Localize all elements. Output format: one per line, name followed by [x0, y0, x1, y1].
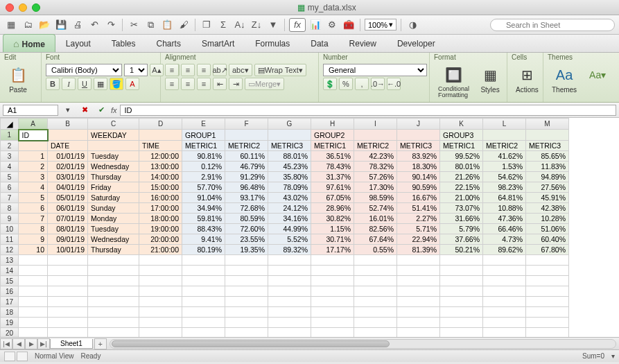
excel-icon[interactable]: ▦: [4, 18, 18, 32]
cell[interactable]: 24.12%: [268, 203, 311, 214]
cell[interactable]: 45.23%: [268, 162, 311, 172]
chart-icon[interactable]: 📊: [308, 18, 322, 32]
cell[interactable]: [268, 318, 311, 328]
cell[interactable]: 2.27%: [397, 214, 440, 224]
cell[interactable]: Friday: [88, 182, 139, 193]
row-header[interactable]: 4: [1, 162, 19, 172]
sort-desc-icon[interactable]: Z↓: [250, 18, 263, 32]
currency-icon[interactable]: 💲: [323, 78, 337, 90]
cell[interactable]: 57.70%: [182, 182, 225, 193]
row-header[interactable]: 7: [1, 193, 19, 203]
table-row[interactable]: 16: [1, 286, 569, 297]
cell[interactable]: 73.07%: [440, 203, 483, 214]
cell[interactable]: [88, 286, 139, 297]
cell[interactable]: METRIC1: [440, 141, 483, 151]
cell[interactable]: 78.43%: [311, 162, 354, 172]
cell[interactable]: [48, 276, 88, 286]
cell[interactable]: 9.41%: [182, 234, 225, 245]
cell[interactable]: [354, 276, 397, 286]
cell[interactable]: 07/01/19: [48, 214, 88, 224]
cell[interactable]: [182, 266, 225, 276]
cell[interactable]: [48, 266, 88, 276]
row-header[interactable]: 20: [1, 328, 19, 338]
cell[interactable]: 78.32%: [354, 162, 397, 172]
cell[interactable]: [311, 266, 354, 276]
row-header[interactable]: 8: [1, 203, 19, 214]
border-button[interactable]: ▦: [94, 78, 107, 90]
cell[interactable]: [19, 328, 48, 338]
format-painter-icon[interactable]: 🖌: [177, 18, 191, 32]
cell[interactable]: [88, 318, 139, 328]
worksheet-grid[interactable]: ◢ A B C D E F G H I J K L M 1 ID WEEKDAY…: [0, 118, 569, 337]
cell[interactable]: 04/01/19: [48, 182, 88, 193]
cell[interactable]: 31.66%: [440, 214, 483, 224]
col-header-L[interactable]: L: [483, 119, 526, 130]
cell[interactable]: [19, 255, 48, 266]
cell[interactable]: GROUP1: [182, 130, 225, 141]
cell[interactable]: 50.21%: [440, 245, 483, 255]
cell[interactable]: METRIC2: [483, 141, 526, 151]
cell[interactable]: 80.19%: [182, 245, 225, 255]
cell[interactable]: [88, 276, 139, 286]
decrease-indent-icon[interactable]: ⇤: [213, 78, 227, 90]
cell[interactable]: [268, 286, 311, 297]
row-header[interactable]: 15: [1, 276, 19, 286]
cell[interactable]: [440, 286, 483, 297]
cell[interactable]: 28.96%: [311, 203, 354, 214]
cell[interactable]: 8: [19, 224, 48, 234]
cell[interactable]: 80.59%: [225, 214, 268, 224]
col-header-A[interactable]: A: [19, 119, 48, 130]
cell[interactable]: 3: [19, 172, 48, 182]
cell[interactable]: [182, 286, 225, 297]
cell[interactable]: 42.23%: [354, 151, 397, 162]
cell[interactable]: 22.94%: [397, 234, 440, 245]
cell[interactable]: 18.30%: [397, 162, 440, 172]
cell[interactable]: [483, 286, 526, 297]
cell[interactable]: [225, 328, 268, 338]
cell[interactable]: Wednesday: [88, 234, 139, 245]
cell[interactable]: [268, 266, 311, 276]
filter-icon[interactable]: ▼: [266, 18, 280, 32]
row-header[interactable]: 2: [1, 141, 19, 151]
cell[interactable]: [139, 255, 182, 266]
font-color-button[interactable]: A: [125, 78, 139, 90]
table-row[interactable]: 10808/01/19Tuesday19:00:0088.43%72.60%44…: [1, 224, 569, 234]
cell[interactable]: 96.48%: [225, 182, 268, 193]
table-row[interactable]: 18: [1, 307, 569, 318]
cell[interactable]: 94.89%: [526, 172, 569, 182]
styles-button[interactable]: ▦ Styles: [476, 64, 504, 95]
cell[interactable]: [526, 255, 569, 266]
cell[interactable]: 17.30%: [354, 182, 397, 193]
cell[interactable]: [139, 286, 182, 297]
cell[interactable]: [526, 307, 569, 318]
cell[interactable]: [483, 130, 526, 141]
cell[interactable]: [354, 255, 397, 266]
cell[interactable]: 14:00:00: [139, 172, 182, 182]
cell[interactable]: [48, 255, 88, 266]
fill-color-button[interactable]: 🪣: [110, 78, 123, 90]
cell[interactable]: 06/01/19: [48, 203, 88, 214]
cell[interactable]: 10/01/19: [48, 245, 88, 255]
cell[interactable]: ID: [19, 130, 48, 141]
cell[interactable]: [19, 307, 48, 318]
cut-icon[interactable]: ✂: [127, 18, 141, 32]
cell[interactable]: Tuesday: [88, 151, 139, 162]
cell[interactable]: 64.81%: [483, 193, 526, 203]
table-row[interactable]: 3101/01/19Tuesday12:00:0090.81%60.11%88.…: [1, 151, 569, 162]
cell[interactable]: DATE: [48, 141, 88, 151]
cell[interactable]: METRIC2: [354, 141, 397, 151]
table-row[interactable]: 8606/01/19Sunday17:00:0034.94%72.68%24.1…: [1, 203, 569, 214]
cell[interactable]: 51.06%: [526, 224, 569, 234]
cell[interactable]: 60.40%: [526, 234, 569, 245]
cell[interactable]: 13:00:00: [139, 162, 182, 172]
cell[interactable]: [311, 297, 354, 307]
text-direction-icon[interactable]: abc▾: [229, 64, 252, 76]
themes-button[interactable]: Aa Themes: [548, 64, 581, 95]
cell[interactable]: [397, 307, 440, 318]
cell[interactable]: 1: [19, 151, 48, 162]
cell[interactable]: [311, 328, 354, 338]
cell[interactable]: [483, 307, 526, 318]
cell[interactable]: [225, 307, 268, 318]
cell[interactable]: GROUP2: [311, 130, 354, 141]
cell[interactable]: 02/01/19: [48, 162, 88, 172]
